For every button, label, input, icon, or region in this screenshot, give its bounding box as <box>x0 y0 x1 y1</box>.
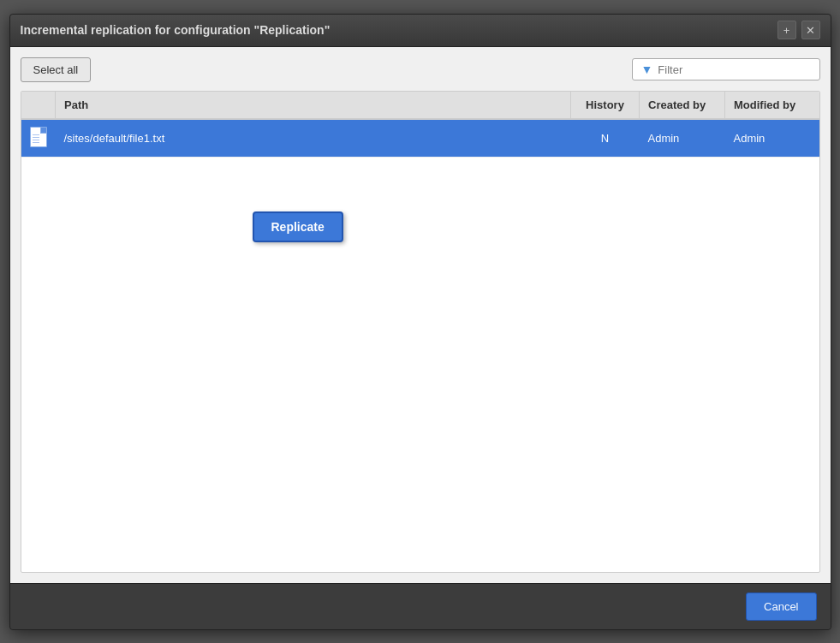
replicate-button[interactable]: Replicate <box>253 211 343 242</box>
close-button[interactable]: ✕ <box>801 21 820 39</box>
dialog-body: Select all ▼ Path History Created by Mod… <box>10 47 831 583</box>
table-container: Path History Created by Modified by /sit… <box>21 91 820 573</box>
table-body: /sites/default/file1.txtNAdminAdmin <box>21 119 819 158</box>
col-header-modified-by: Modified by <box>725 92 819 119</box>
filter-container: ▼ <box>632 58 820 80</box>
toolbar: Select all ▼ <box>21 57 820 82</box>
title-buttons: + ✕ <box>777 21 820 39</box>
title-bar: Incremental replication for configuratio… <box>10 15 831 47</box>
cancel-button[interactable]: Cancel <box>746 592 816 621</box>
file-history: N <box>571 119 640 158</box>
filter-icon: ▼ <box>641 63 653 76</box>
file-icon-cell <box>21 119 56 158</box>
files-table: Path History Created by Modified by /sit… <box>21 92 819 158</box>
table-header-row: Path History Created by Modified by <box>21 92 819 119</box>
file-modified-by: Admin <box>725 119 819 158</box>
file-icon <box>30 127 47 147</box>
file-path: /sites/default/file1.txt <box>56 119 571 158</box>
col-header-history: History <box>571 92 640 119</box>
file-created-by: Admin <box>640 119 725 158</box>
filter-input[interactable] <box>658 63 810 76</box>
dialog: Incremental replication for configuratio… <box>9 14 831 630</box>
table-row[interactable]: /sites/default/file1.txtNAdminAdmin <box>21 119 819 158</box>
col-header-icon <box>21 92 56 119</box>
col-header-path: Path <box>56 92 571 119</box>
col-header-created-by: Created by <box>640 92 725 119</box>
dialog-title: Incremental replication for configuratio… <box>21 23 331 37</box>
dialog-footer: Cancel <box>10 583 831 629</box>
maximize-button[interactable]: + <box>777 21 796 39</box>
select-all-button[interactable]: Select all <box>21 57 92 82</box>
